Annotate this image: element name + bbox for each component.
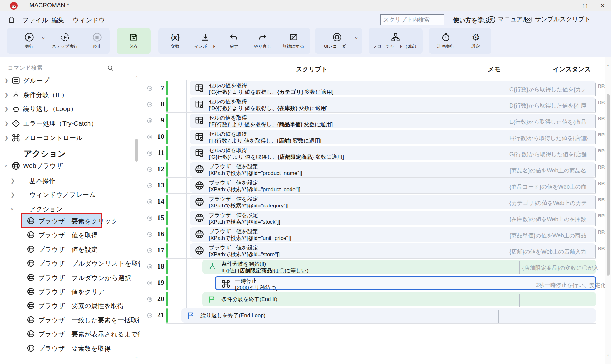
memo-cell[interactable]: {商品コード}の値をWeb上の商 [507, 180, 592, 193]
memo-cell[interactable] [519, 294, 605, 307]
browser-action-item[interactable]: ブラウザ 一致した要素を一括取得 [0, 313, 134, 327]
step-card[interactable]: ブラウザ 値を設定 [XPathで検索//*[@id="product_name… [190, 162, 596, 177]
chevron-down-icon[interactable]: ˅ [4, 163, 9, 169]
close-button[interactable]: ✕ [594, 0, 611, 11]
import-button[interactable]: インポート [191, 28, 220, 54]
script-search-input[interactable] [381, 17, 457, 23]
disable-button[interactable]: 無効にする [278, 28, 308, 54]
sidebar-scrollbar-thumb[interactable] [135, 139, 138, 162]
memo-cell[interactable]: E{行数}から取得した値を{商品 [507, 115, 592, 128]
memo-cell[interactable] [498, 310, 584, 323]
browser-action-item[interactable]: ブラウザ 値をクリア [0, 284, 134, 298]
step-card[interactable]: 一時停止 [2000ミリ秒待つ] 2秒一時停止を行い、安定化さ [215, 276, 596, 290]
step-card[interactable]: セルの値を取得 ['D{行数}' より 値を取得し、{在庫数} 変数に適用] D… [190, 97, 596, 112]
memo-cell[interactable]: F{行数}から取得した値を{店舗} [507, 131, 592, 144]
script-row[interactable]: 21 [140, 307, 605, 324]
variables-button[interactable]: {x} 変数 [162, 28, 188, 54]
script-row[interactable]: 15 [140, 210, 605, 226]
step-card[interactable]: ブラウザ 値を設定 [XPathで検索//*[@id="product_code… [190, 178, 596, 193]
step-card[interactable]: 条件分岐を開始(If) If ([値] {店舗限定商品}は〇に等しい) {店舗限… [202, 260, 596, 274]
tree-item-window-frame[interactable]: ❯ ウィンドウ／フレーム [0, 188, 134, 202]
home-icon[interactable] [8, 16, 15, 24]
browser-action-item[interactable]: ブラウザ 値を設定 [0, 242, 134, 256]
run-options-chevron-icon[interactable]: ˅ [42, 36, 45, 41]
chevron-right-icon[interactable]: ❯ [4, 135, 9, 141]
script-row[interactable]: 16 [140, 226, 605, 242]
chevron-right-icon[interactable]: ❯ [4, 121, 9, 126]
script-row[interactable]: 14 [140, 194, 605, 210]
step-card[interactable]: 繰り返しを終了(End Loop) [181, 308, 596, 323]
script-row[interactable]: 11 [140, 145, 605, 161]
memo-cell[interactable]: {商品名}の値をWeb上の商品名 [507, 164, 592, 177]
sample-script-link[interactable]: サンプルスクリプト [524, 15, 591, 24]
manual-link[interactable]: ? マニュアル [488, 15, 529, 24]
tree-item-trycatch[interactable]: ❯ エラー処理（Try-Catch） [0, 116, 134, 130]
stop-button[interactable]: 停止 [86, 28, 108, 54]
step-card[interactable]: セルの値を取得 ['E{行数}' より 値を取得し、{商品単価} 変数に適用] … [190, 114, 596, 128]
ui-recorder-button[interactable]: UIレコーダー ˅ [320, 28, 355, 54]
vertical-scrollbar[interactable]: ⌃ ⌄ [605, 57, 611, 364]
script-row[interactable]: 12 [140, 161, 605, 178]
step-card[interactable]: セルの値を取得 ['G{行数}' より 値を取得し、{店舗限定商品} 変数に適用… [190, 146, 596, 160]
step-card[interactable]: 条件分岐を終了(End If) [202, 292, 596, 306]
settings-button[interactable]: ⚙ 設定 [465, 28, 487, 54]
run-button[interactable]: 実行 ˅ [13, 28, 46, 54]
script-row[interactable]: 10 [140, 129, 605, 145]
tree-item-group[interactable]: ❯ グループ [0, 74, 134, 88]
memo-cell[interactable]: D{行数}から取得した値を{在庫 [507, 99, 592, 112]
tree-item-loop[interactable]: ❯ 繰り返し（Loop） [0, 102, 134, 116]
script-row[interactable]: 19 [140, 275, 605, 291]
command-search-box[interactable] [5, 63, 116, 73]
step-card[interactable]: セルの値を取得 ['F{行数}' より 値を取得し、{店舗} 変数に適用] F{… [190, 130, 596, 144]
memo-cell[interactable]: 2秒一時停止を行い、安定化さ [533, 278, 611, 291]
chevron-right-icon[interactable]: ❯ [4, 78, 9, 83]
script-row[interactable]: 8 [140, 96, 605, 113]
script-row[interactable]: 13 [140, 178, 605, 194]
plan-run-button[interactable]: 計画実行 [432, 28, 460, 54]
memo-cell[interactable]: {店舗}の値をWeb上の店舗入力 [507, 245, 592, 258]
script-row[interactable]: 7 [140, 80, 605, 96]
step-card[interactable]: セルの値を取得 ['C{行数}' より 値を取得し、{カテゴリ} 変数に適用] … [190, 81, 596, 95]
sidebar-scroll-down-icon[interactable]: ⌄ [134, 354, 139, 359]
scrollbar-thumb[interactable] [607, 94, 610, 276]
script-row[interactable]: 20 [140, 291, 605, 307]
chevron-down-icon[interactable]: ˅ [11, 206, 15, 212]
browser-action-item[interactable]: ブラウザ 値を取得 [0, 228, 134, 242]
script-row[interactable]: 18 [140, 259, 605, 275]
browser-action-item[interactable]: ブラウザ 要素の属性を取得 [0, 298, 134, 312]
flowchart-button[interactable]: フローチャート（β版） [369, 28, 423, 54]
undo-button[interactable]: 戻す [223, 28, 245, 54]
script-row[interactable]: 17 [140, 242, 605, 259]
ui-recorder-chevron-icon[interactable]: ˅ [355, 36, 358, 41]
chevron-right-icon[interactable]: ❯ [11, 178, 15, 184]
save-button[interactable]: 保存 [117, 28, 151, 54]
menu-window[interactable]: ウィンドウ [73, 16, 105, 24]
browser-action-item[interactable]: ブラウザ 要素数を取得 [0, 341, 134, 355]
scroll-up-icon[interactable]: ⌃ [605, 64, 611, 69]
chevron-right-icon[interactable]: ❯ [4, 106, 9, 112]
memo-cell[interactable]: C{行数}から取得した値を{カテ [507, 83, 592, 96]
sidebar-scroll-up-icon[interactable]: ⌃ [134, 76, 139, 80]
step-run-button[interactable]: ステップ実行 [46, 28, 84, 54]
chevron-right-icon[interactable]: ❯ [11, 192, 15, 198]
memo-cell[interactable]: {カテゴリ}の値をWeb上のカテ [507, 196, 592, 209]
redo-button[interactable]: やり直し [248, 28, 277, 54]
script-search-box[interactable] [380, 14, 444, 25]
memo-cell[interactable]: {店舗限定商品}の変数に〇が入 [519, 261, 605, 274]
step-card[interactable]: ブラウザ 値を設定 [XPathで検索//*[@id="category"]] … [190, 195, 596, 209]
memo-cell[interactable]: G{行数}から取得した値を{店舗 [507, 148, 592, 161]
browser-action-item[interactable]: ブラウザ 要素をクリック [0, 214, 134, 228]
tree-item-basic-ops[interactable]: ❯ 基本操作 [0, 174, 134, 188]
browser-action-item[interactable]: ブラウザ プルダウンから選択 [0, 270, 134, 284]
step-card[interactable]: ブラウザ 値を設定 [XPathで検索//*[@id="unit_price"]… [190, 227, 596, 242]
step-card[interactable]: ブラウザ 値を設定 [XPathで検索//*[@id="store"]] {店舗… [190, 243, 596, 258]
browser-action-item[interactable]: ブラウザ プルダウンリストを取得 [0, 256, 134, 270]
tree-item-if[interactable]: ❯ 条件分岐（IF） [0, 88, 134, 102]
menu-file[interactable]: ファイル [22, 16, 48, 24]
menu-edit[interactable]: 編集 [52, 16, 64, 24]
chevron-right-icon[interactable]: ❯ [4, 92, 9, 98]
command-search-input[interactable] [5, 65, 107, 71]
browser-action-item[interactable]: ブラウザ 要素が表示されるまで待機 [0, 327, 134, 341]
maximize-button[interactable]: ▢ [577, 0, 593, 11]
tree-item-flowcontrol[interactable]: ❯ フローコントロール [0, 131, 134, 145]
